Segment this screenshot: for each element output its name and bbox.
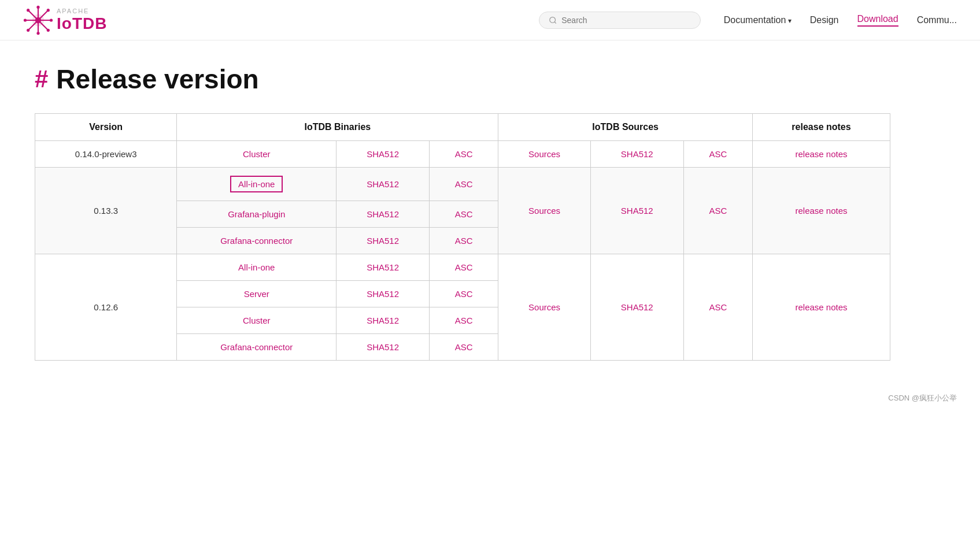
nav-download[interactable]: Download [857,14,898,27]
all-in-one-boxed-link[interactable]: All-in-one [230,176,283,192]
svg-point-9 [27,9,29,12]
release-notes-013[interactable]: release notes [753,168,890,254]
binary-asc[interactable]: ASC [430,228,498,254]
sources-link[interactable]: Sources [498,141,590,168]
page-title-area: # Release version [35,64,890,95]
binary-sha512[interactable]: SHA512 [336,201,430,228]
release-notes-link[interactable]: release notes [753,141,890,168]
sources-asc-013[interactable]: ASC [683,168,752,254]
binary-sha512[interactable]: SHA512 [336,228,430,254]
version-cell-013: 0.13.3 [35,168,177,254]
sources-sha512-013[interactable]: SHA512 [590,168,683,254]
svg-point-13 [35,17,41,23]
hash-icon: # [35,67,48,91]
version-cell: 0.14.0-preview3 [35,141,177,168]
binary-sha512[interactable]: SHA512 [336,141,430,168]
svg-line-15 [554,21,556,23]
page-title: Release version [56,64,258,95]
binary-asc[interactable]: ASC [430,307,498,334]
svg-point-8 [50,18,53,21]
release-notes-012[interactable]: release notes [753,254,890,361]
binary-link-server[interactable]: Server [177,281,336,307]
svg-point-10 [47,28,50,31]
binary-link-cluster[interactable]: Cluster [177,141,336,168]
nav-links: Documentation Design Download Commu... [724,14,957,27]
binary-sha512[interactable]: SHA512 [336,254,430,281]
apache-label: APACHE [57,8,107,14]
binary-sha512[interactable]: SHA512 [336,307,430,334]
search-icon [549,16,557,25]
svg-point-12 [27,28,29,31]
binary-asc[interactable]: ASC [430,281,498,307]
sources-link-012[interactable]: Sources [498,254,590,361]
binary-link-all-in-one-boxed[interactable]: All-in-one [177,168,336,201]
release-table: Version IoTDB Binaries IoTDB Sources rel… [35,113,890,361]
main-content: # Release version Version IoTDB Binaries… [0,40,925,384]
logo-text-group: APACHE IoTDB [57,8,107,33]
col-header-release-notes: release notes [753,114,890,141]
svg-point-11 [47,9,50,12]
sources-link-013[interactable]: Sources [498,168,590,254]
binary-link-grafana-connector-012[interactable]: Grafana-connector [177,334,336,361]
binary-link-cluster-012[interactable]: Cluster [177,307,336,334]
logo-icon [23,5,53,35]
binary-sha512[interactable]: SHA512 [336,281,430,307]
table-row: 0.13.3 All-in-one SHA512 ASC Sources SHA… [35,168,890,201]
binary-link-grafana-connector[interactable]: Grafana-connector [177,228,336,254]
binary-asc[interactable]: ASC [430,254,498,281]
col-header-sources: IoTDB Sources [498,114,753,141]
svg-point-7 [24,18,27,21]
sources-asc[interactable]: ASC [683,141,752,168]
table-header-row: Version IoTDB Binaries IoTDB Sources rel… [35,114,890,141]
nav-design[interactable]: Design [810,15,839,25]
footer-watermark: CSDN @疯狂小公举 [888,394,957,402]
table-row: 0.12.6 All-in-one SHA512 ASC Sources SHA… [35,254,890,281]
iotdb-label: IoTDB [57,14,107,33]
svg-point-14 [550,17,556,23]
sources-sha512[interactable]: SHA512 [590,141,683,168]
binary-asc[interactable]: ASC [430,141,498,168]
svg-point-5 [36,5,39,8]
binary-link-grafana-plugin[interactable]: Grafana-plugin [177,201,336,228]
logo-area: APACHE IoTDB [23,5,107,35]
binary-asc[interactable]: ASC [430,168,498,201]
col-header-version: Version [35,114,177,141]
col-header-binaries: IoTDB Binaries [177,114,498,141]
svg-point-6 [36,31,39,34]
header: APACHE IoTDB Documentation Design Downlo… [0,0,980,40]
binary-link-all-in-one-012[interactable]: All-in-one [177,254,336,281]
search-bar[interactable] [539,12,701,29]
footer: CSDN @疯狂小公举 [0,384,980,413]
sources-asc-012[interactable]: ASC [683,254,752,361]
binary-asc[interactable]: ASC [430,334,498,361]
sources-sha512-012[interactable]: SHA512 [590,254,683,361]
nav-community[interactable]: Commu... [917,15,957,25]
table-row: 0.14.0-preview3 Cluster SHA512 ASC Sourc… [35,141,890,168]
search-input[interactable] [561,16,690,25]
binary-asc[interactable]: ASC [430,201,498,228]
nav-documentation[interactable]: Documentation [724,15,792,25]
binary-sha512[interactable]: SHA512 [336,334,430,361]
binary-sha512[interactable]: SHA512 [336,168,430,201]
version-cell-012: 0.12.6 [35,254,177,361]
